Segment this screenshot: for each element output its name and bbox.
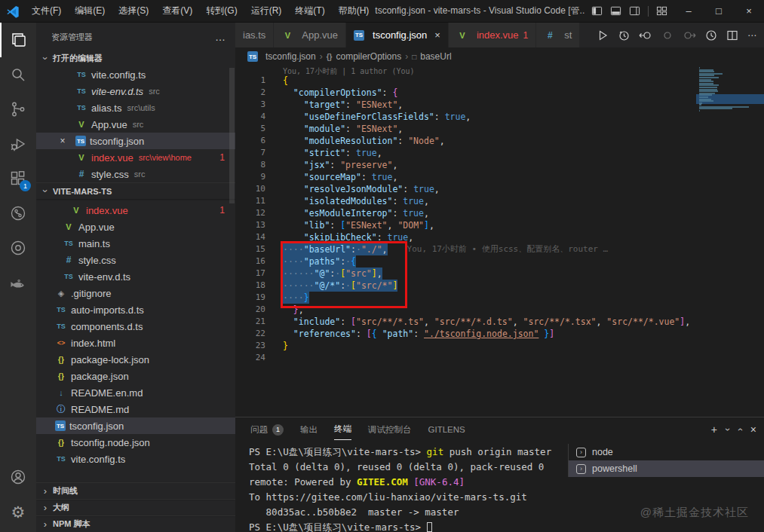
explorer-icon[interactable] bbox=[0, 23, 36, 57]
file-row-main.ts[interactable]: TSmain.ts bbox=[36, 235, 235, 252]
terminal-instance-node[interactable]: ›node bbox=[569, 444, 764, 460]
file-row-package.json[interactable]: {}package.json bbox=[36, 368, 235, 384]
file-row-index.vue[interactable]: Vindex.vuesrc\view\home1 bbox=[36, 149, 235, 166]
account-icon[interactable] bbox=[0, 460, 36, 494]
sidebar-section-2[interactable]: ›NPM 脚本 bbox=[36, 515, 235, 532]
tab-tsconfig.json[interactable]: TStsconfig.json× bbox=[346, 23, 449, 47]
menu-item[interactable]: 转到(G) bbox=[200, 2, 243, 20]
terminal-instance-powershell[interactable]: ›powershell bbox=[569, 460, 764, 477]
tab-app.vue[interactable]: VApp.vue bbox=[274, 23, 346, 47]
line-number: 8 bbox=[235, 159, 265, 171]
editor-tab-bar: ias.tsVApp.vueTStsconfig.json×Vindex.vue… bbox=[235, 23, 764, 47]
nav-forward-icon[interactable] bbox=[683, 29, 696, 41]
close-editor-icon[interactable]: × bbox=[57, 136, 69, 146]
sidebar-section-0[interactable]: ›时间线 bbox=[36, 482, 235, 499]
file-row-readme.en.md[interactable]: ↓README.en.md bbox=[36, 384, 235, 401]
toggle-secondary-sidebar-icon[interactable] bbox=[629, 5, 640, 17]
toggle-panel-icon[interactable] bbox=[610, 5, 621, 17]
toggle-sidebar-icon[interactable] bbox=[591, 5, 603, 17]
file-row-app.vue[interactable]: VApp.vue bbox=[36, 219, 235, 235]
breadcrumb-item[interactable]: baseUrl bbox=[420, 51, 451, 62]
close-button[interactable]: × bbox=[734, 0, 764, 22]
tab-st[interactable]: #st bbox=[536, 23, 580, 47]
split-editor-icon[interactable] bbox=[726, 29, 738, 41]
menu-item[interactable]: 编辑(E) bbox=[69, 2, 111, 20]
panel-tab-问题[interactable]: 问题1 bbox=[250, 420, 284, 440]
sidebar-more-actions-icon[interactable]: … bbox=[215, 31, 226, 43]
file-row-index.vue[interactable]: Vindex.vue1 bbox=[36, 202, 235, 219]
menu-item[interactable]: 文件(F) bbox=[26, 2, 67, 20]
file-row-vite.config.ts[interactable]: TSvite.config.ts bbox=[36, 451, 235, 467]
file-row-tsconfig.json[interactable]: ×TStsconfig.json bbox=[36, 133, 235, 149]
file-path: src\utils bbox=[127, 103, 155, 112]
menu-item[interactable]: 终端(T) bbox=[289, 2, 330, 20]
explorer-sidebar: 资源管理器 … › 打开的编辑器 TSvite.config.tsTSvite-… bbox=[36, 23, 235, 532]
panel-tab-终端[interactable]: 终端 bbox=[334, 419, 351, 440]
maximize-button[interactable]: □ bbox=[704, 0, 734, 22]
open-editors-section-header[interactable]: › 打开的编辑器 bbox=[36, 50, 235, 66]
file-row-alias.ts[interactable]: TSalias.tssrc\utils bbox=[36, 99, 235, 116]
nav-circle-icon[interactable] bbox=[661, 29, 673, 41]
sidebar-bottom-sections: ›时间线›大纲›NPM 脚本 bbox=[36, 482, 235, 532]
terminal-line: PS E:\U盘\项目练习\vite-mars-ts> bbox=[249, 520, 566, 532]
customize-layout-icon[interactable] bbox=[656, 5, 667, 17]
gitlens-file-history-icon[interactable] bbox=[705, 29, 717, 41]
file-row-tsconfig.node.json[interactable]: {}tsconfig.node.json bbox=[36, 434, 235, 451]
tsconfig-icon: TS bbox=[247, 51, 258, 62]
settings-gear-icon[interactable]: ⚙ bbox=[0, 494, 36, 529]
panel-tab-输出[interactable]: 输出 bbox=[300, 420, 318, 440]
menu-item[interactable]: 查看(V) bbox=[156, 2, 198, 20]
tab-ias.ts[interactable]: ias.ts bbox=[235, 23, 274, 47]
vue-icon: V bbox=[281, 29, 293, 41]
panel-tab-bar: 问题1输出终端调试控制台GITLENS + › › × bbox=[235, 417, 764, 442]
sidebar-section-1[interactable]: ›大纲 bbox=[36, 499, 235, 515]
file-row-app.vue[interactable]: VApp.vuesrc bbox=[36, 116, 235, 133]
file-name: components.d.ts bbox=[71, 321, 143, 332]
file-row-package-lock.json[interactable]: {}package-lock.json bbox=[36, 351, 235, 368]
sidebar-title: 资源管理器 bbox=[51, 32, 93, 43]
tab-index.vue[interactable]: Vindex.vue1 bbox=[449, 23, 536, 47]
menu-item[interactable]: 运行(R) bbox=[245, 2, 288, 20]
new-terminal-icon[interactable]: + bbox=[711, 423, 717, 436]
file-row-vite-env.d.ts[interactable]: TSvite-env.d.tssrc bbox=[36, 83, 235, 99]
close-tab-icon[interactable]: × bbox=[434, 29, 440, 41]
extensions-icon[interactable]: 1 bbox=[0, 161, 36, 196]
breadcrumb-item[interactable]: compilerOptions bbox=[336, 51, 402, 62]
target-icon[interactable] bbox=[0, 231, 36, 265]
file-row-style.css[interactable]: #style.css bbox=[36, 252, 235, 268]
terminal-output[interactable]: PS E:\U盘\项目练习\vite-mars-ts> git push ori… bbox=[249, 445, 566, 532]
menu-item[interactable]: 帮助(H) bbox=[333, 2, 376, 20]
minimap[interactable] bbox=[699, 67, 761, 114]
sidebar-scrollbar[interactable] bbox=[229, 68, 235, 203]
timeline-history-icon[interactable] bbox=[618, 29, 630, 41]
search-icon[interactable] bbox=[0, 57, 36, 92]
file-row-vite-env.d.ts[interactable]: TSvite-env.d.ts bbox=[36, 268, 235, 285]
file-row-vite.config.ts[interactable]: TSvite.config.ts bbox=[36, 66, 235, 83]
file-row-index.html[interactable]: <>index.html bbox=[36, 335, 235, 351]
close-panel-icon[interactable]: × bbox=[750, 423, 756, 436]
fish-extension-icon[interactable] bbox=[0, 265, 36, 300]
file-row-.gitignore[interactable]: ◈.gitignore bbox=[36, 285, 235, 301]
run-button[interactable] bbox=[597, 29, 609, 41]
run-debug-icon[interactable] bbox=[0, 127, 36, 161]
gitlens-icon[interactable] bbox=[0, 196, 36, 231]
source-control-icon[interactable] bbox=[0, 92, 36, 127]
breadcrumb-item[interactable]: tsconfig.json bbox=[265, 51, 316, 62]
menu-item[interactable]: 选择(S) bbox=[112, 2, 155, 20]
project-section-header[interactable]: › VITE-MARS-TS bbox=[36, 182, 235, 199]
file-row-components.d.ts[interactable]: TScomponents.d.ts bbox=[36, 318, 235, 335]
panel-tab-调试控制台[interactable]: 调试控制台 bbox=[368, 420, 412, 440]
file-row-auto-imports.d.ts[interactable]: TSauto-imports.d.ts bbox=[36, 301, 235, 318]
maximize-panel-icon[interactable]: › bbox=[735, 428, 745, 431]
terminal-dropdown-icon[interactable]: › bbox=[723, 428, 733, 431]
code-editor[interactable]: You, 17小时前 | 1 author (You) 1{2 "compile… bbox=[235, 66, 764, 417]
more-actions-icon[interactable]: ⋯ bbox=[747, 30, 756, 41]
file-row-tsconfig.json[interactable]: TStsconfig.json bbox=[36, 417, 235, 434]
panel-tab-gitlens[interactable]: GITLENS bbox=[428, 420, 465, 439]
code-line-13: 13 "lib": ["ESNext", "DOM"], bbox=[235, 219, 764, 231]
file-row-readme.md[interactable]: ⓘREADME.md bbox=[36, 401, 235, 417]
file-name: App.vue bbox=[91, 119, 127, 130]
file-row-style.css[interactable]: #style.csssrc bbox=[36, 166, 235, 182]
minimize-button[interactable]: – bbox=[673, 0, 704, 22]
nav-back-icon[interactable] bbox=[639, 29, 652, 41]
